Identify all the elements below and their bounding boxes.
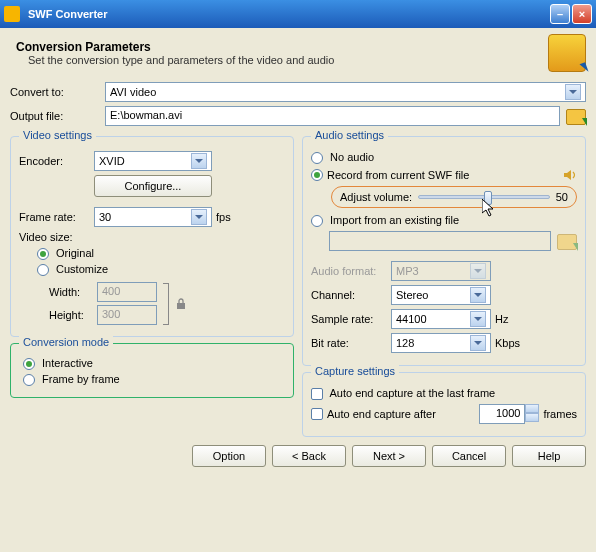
convert-to-combo[interactable]: AVI video: [105, 82, 586, 102]
audio-format-combo: MP3: [391, 261, 491, 281]
bit-rate-combo[interactable]: 128: [391, 333, 491, 353]
chevron-down-icon: [470, 311, 486, 327]
import-file-label: Import from an existing file: [330, 214, 459, 226]
sample-rate-combo[interactable]: 44100: [391, 309, 491, 329]
video-size-label: Video size:: [19, 231, 285, 243]
browse-import-icon: [557, 232, 577, 250]
chevron-down-icon: [565, 84, 581, 100]
adjust-volume-group: Adjust volume: 50: [331, 186, 577, 208]
spin-up-icon[interactable]: [525, 404, 539, 413]
encoder-combo[interactable]: XVID: [94, 151, 212, 171]
channel-combo[interactable]: Stereo: [391, 285, 491, 305]
aspect-bracket: [163, 283, 169, 325]
conversion-mode-group: Conversion mode Interactive Frame by fra…: [10, 343, 294, 398]
interactive-label: Interactive: [42, 357, 93, 369]
speaker-icon[interactable]: [563, 168, 577, 182]
browse-output-icon[interactable]: [566, 107, 586, 125]
framerate-unit: fps: [216, 211, 231, 223]
framerate-combo[interactable]: 30: [94, 207, 212, 227]
page-title: Conversion Parameters: [10, 40, 548, 54]
record-swf-radio[interactable]: [311, 169, 323, 181]
import-path-input: [329, 231, 551, 251]
page-subtitle: Set the conversion type and parameters o…: [10, 54, 548, 66]
video-settings-group: Video settings Encoder: XVID Configure..…: [10, 136, 294, 337]
customize-radio[interactable]: [37, 264, 49, 276]
sample-rate-label: Sample rate:: [311, 313, 391, 325]
wizard-icon: [548, 34, 586, 72]
conversion-mode-legend: Conversion mode: [19, 336, 113, 348]
title-bar: SWF Converter – ×: [0, 0, 596, 28]
height-label: Height:: [49, 309, 97, 321]
encoder-label: Encoder:: [19, 155, 94, 167]
convert-to-label: Convert to:: [10, 86, 105, 98]
framerate-label: Frame rate:: [19, 211, 94, 223]
bit-rate-label: Bit rate:: [311, 337, 391, 349]
minimize-button[interactable]: –: [550, 4, 570, 24]
output-file-input[interactable]: E:\bowman.avi: [105, 106, 560, 126]
original-label: Original: [56, 247, 94, 259]
volume-slider[interactable]: [418, 195, 550, 199]
cancel-button[interactable]: Cancel: [432, 445, 506, 467]
help-button[interactable]: Help: [512, 445, 586, 467]
app-icon: [4, 6, 20, 22]
auto-end-after-check[interactable]: [311, 408, 323, 420]
video-settings-legend: Video settings: [19, 129, 96, 141]
adjust-volume-label: Adjust volume:: [340, 191, 412, 203]
auto-end-last-check[interactable]: [311, 388, 323, 400]
frame-by-frame-label: Frame by frame: [42, 373, 120, 385]
output-file-label: Output file:: [10, 110, 105, 122]
audio-settings-group: Audio settings No audio Record from curr…: [302, 136, 586, 366]
chevron-down-icon: [470, 263, 486, 279]
auto-end-last-label: Auto end capture at the last frame: [329, 387, 495, 399]
configure-button[interactable]: Configure...: [94, 175, 212, 197]
chevron-down-icon: [191, 153, 207, 169]
customize-label: Customize: [56, 263, 108, 275]
window-title: SWF Converter: [24, 8, 548, 20]
svg-rect-0: [177, 303, 185, 309]
frames-unit: frames: [543, 408, 577, 420]
chevron-down-icon: [470, 287, 486, 303]
capture-settings-group: Capture settings Auto end capture at the…: [302, 372, 586, 437]
chevron-down-icon: [470, 335, 486, 351]
audio-settings-legend: Audio settings: [311, 129, 388, 141]
option-button[interactable]: Option: [192, 445, 266, 467]
spin-down-icon[interactable]: [525, 413, 539, 422]
interactive-radio[interactable]: [23, 358, 35, 370]
original-radio[interactable]: [37, 248, 49, 260]
page-header: Conversion Parameters Set the conversion…: [10, 34, 586, 72]
lock-aspect-icon[interactable]: [173, 290, 189, 318]
next-button[interactable]: Next >: [352, 445, 426, 467]
bit-rate-unit: Kbps: [495, 337, 520, 349]
volume-slider-thumb[interactable]: [484, 191, 492, 205]
record-swf-label: Record from current SWF file: [327, 169, 563, 181]
height-input: 300: [97, 305, 157, 325]
no-audio-label: No audio: [330, 151, 374, 163]
sample-rate-unit: Hz: [495, 313, 508, 325]
import-file-radio[interactable]: [311, 215, 323, 227]
audio-format-label: Audio format:: [311, 265, 391, 277]
volume-value: 50: [556, 191, 568, 203]
convert-to-value: AVI video: [110, 86, 156, 98]
back-button[interactable]: < Back: [272, 445, 346, 467]
width-input: 400: [97, 282, 157, 302]
width-label: Width:: [49, 286, 97, 298]
auto-end-after-label: Auto end capture after: [327, 408, 436, 420]
channel-label: Channel:: [311, 289, 391, 301]
no-audio-radio[interactable]: [311, 152, 323, 164]
chevron-down-icon: [191, 209, 207, 225]
close-button[interactable]: ×: [572, 4, 592, 24]
frames-spin[interactable]: 1000: [479, 404, 539, 424]
capture-settings-legend: Capture settings: [311, 365, 399, 377]
frame-by-frame-radio[interactable]: [23, 374, 35, 386]
